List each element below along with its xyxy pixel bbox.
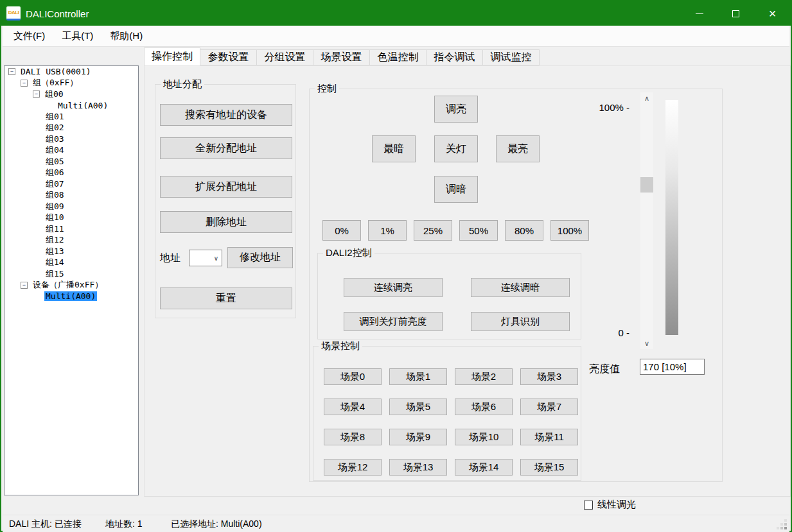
scene-3-button[interactable]: 场景3: [520, 368, 578, 385]
tree-item-group11[interactable]: 组11: [4, 223, 138, 235]
close-icon: ×: [769, 6, 777, 21]
scene-5-button[interactable]: 场景5: [389, 399, 447, 415]
tree-item-group04[interactable]: 组04: [4, 145, 138, 157]
checkbox-icon[interactable]: [584, 501, 593, 510]
scroll-down-icon[interactable]: ∨: [640, 338, 653, 349]
selected-address-status: 已选择地址: Multi(A00): [171, 519, 262, 530]
brightness-value-field[interactable]: [640, 359, 705, 375]
scene-button-grid: 场景0 场景1 场景2 场景3 场景4 场景5 场景6 场景7 场景8 场景9 …: [324, 368, 578, 476]
tree-item-multi-a00-selected[interactable]: Multi(A00): [4, 291, 138, 302]
resize-grip-icon[interactable]: [784, 527, 787, 529]
address-label: 地址: [160, 252, 180, 265]
menu-file[interactable]: 文件(F): [13, 30, 45, 42]
reset-button[interactable]: 重置: [160, 287, 292, 309]
dim-up-button[interactable]: 调亮: [434, 96, 478, 123]
scene-11-button[interactable]: 场景11: [520, 429, 578, 445]
max-brightness-button[interactable]: 最亮: [496, 135, 540, 162]
scene-9-button[interactable]: 场景9: [389, 429, 447, 445]
tree-item-group03[interactable]: 组03: [4, 133, 138, 145]
tree-item-group12[interactable]: 组12: [4, 235, 138, 246]
min-brightness-button[interactable]: 最暗: [372, 135, 416, 162]
tab-command-debug[interactable]: 指令调试: [427, 49, 483, 65]
title-bar: DALI DALIController ×: [1, 1, 791, 26]
scene-12-button[interactable]: 场景12: [324, 459, 382, 476]
menu-help[interactable]: 帮助(H): [110, 30, 143, 42]
collapse-icon[interactable]: −: [33, 90, 40, 98]
assign-new-address-button[interactable]: 全新分配地址: [160, 137, 292, 159]
tab-color-temp-control[interactable]: 色温控制: [370, 49, 427, 65]
collapse-icon[interactable]: −: [8, 68, 15, 75]
scene-0-button[interactable]: 场景0: [324, 368, 382, 385]
scene-13-button[interactable]: 场景13: [389, 459, 447, 476]
tree-item-group08[interactable]: 组08: [4, 190, 138, 202]
dim-down-button[interactable]: 调暗: [434, 176, 478, 203]
delete-address-button[interactable]: 删除地址: [160, 211, 292, 233]
scene-2-button[interactable]: 场景2: [455, 368, 513, 385]
scene-4-button[interactable]: 场景4: [324, 399, 382, 415]
tab-grouping-settings[interactable]: 分组设置: [257, 49, 313, 65]
percent-100-button[interactable]: 100%: [550, 220, 589, 241]
tab-operation-control[interactable]: 操作控制: [144, 47, 200, 65]
address-select[interactable]: ∨: [189, 250, 222, 266]
tree-item-group01[interactable]: 组01: [4, 111, 138, 123]
percent-button-row: 0% 1% 25% 50% 80% 100%: [322, 220, 589, 241]
scene-15-button[interactable]: 场景15: [520, 459, 578, 476]
tree-item-group02[interactable]: 组02: [4, 123, 138, 134]
scroll-up-icon[interactable]: ∧: [640, 92, 653, 104]
maximize-button[interactable]: [717, 1, 754, 26]
continuous-dim-up-button[interactable]: 连续调亮: [344, 278, 443, 297]
tree-item-multi-a00[interactable]: Multi(A00): [4, 100, 138, 112]
menu-bar: 文件(F) 工具(T) 帮助(H): [3, 26, 789, 47]
percent-1-button[interactable]: 1%: [368, 220, 407, 241]
tree-item-group05[interactable]: 组05: [4, 156, 138, 167]
tree-item-group06[interactable]: 组06: [4, 167, 138, 179]
scene-14-button[interactable]: 场景14: [455, 459, 513, 476]
restore-pre-off-brightness-button[interactable]: 调到关灯前亮度: [344, 312, 443, 331]
extend-assign-address-button[interactable]: 扩展分配地址: [160, 176, 292, 198]
tree-item-dali-usb[interactable]: −DALI USB(0001): [4, 66, 138, 78]
scene-7-button[interactable]: 场景7: [520, 399, 578, 415]
tab-debug-monitor[interactable]: 调试监控: [483, 49, 540, 65]
tree-item-group14[interactable]: 组14: [4, 257, 138, 269]
collapse-icon[interactable]: −: [21, 282, 28, 289]
scrollbar-thumb[interactable]: [640, 177, 653, 193]
percent-25-button[interactable]: 25%: [414, 220, 452, 241]
lights-off-button[interactable]: 关灯: [434, 135, 478, 162]
dali2-control-group: DALI2控制 连续调亮 连续调暗 调到关灯前亮度 灯具识别: [317, 253, 581, 339]
scene-1-button[interactable]: 场景1: [389, 368, 447, 385]
minimize-button[interactable]: [681, 1, 717, 26]
continuous-dim-down-button[interactable]: 连续调暗: [471, 278, 570, 297]
tree-item-group09[interactable]: 组09: [4, 201, 138, 212]
percent-0-button[interactable]: 0%: [322, 220, 361, 241]
tree-item-group15[interactable]: 组15: [4, 268, 138, 280]
luminaire-identify-button[interactable]: 灯具识别: [471, 312, 570, 331]
tree-item-group07[interactable]: 组07: [4, 178, 138, 190]
percent-80-button[interactable]: 80%: [505, 220, 543, 241]
app-window: DALI DALIController × 文件(F) 工具(T) 帮助(H) …: [0, 0, 792, 532]
scene-8-button[interactable]: 场景8: [324, 429, 382, 445]
slider-top-label: 100% -: [599, 102, 629, 113]
tab-scene-settings[interactable]: 场景设置: [313, 49, 370, 65]
tree-item-group10[interactable]: 组10: [4, 212, 138, 224]
chevron-down-icon: ∨: [214, 255, 218, 262]
footer-row: 线性调光: [3, 497, 789, 515]
host-connection-status: DALI 主机: 已连接: [9, 519, 82, 530]
scene-10-button[interactable]: 场景10: [455, 429, 513, 445]
percent-50-button[interactable]: 50%: [459, 220, 498, 241]
minimize-icon: [696, 13, 703, 14]
linear-dimming-checkbox[interactable]: 线性调光: [584, 499, 636, 511]
tree-item-group13[interactable]: 组13: [4, 246, 138, 257]
address-group-title: 地址分配: [161, 78, 204, 90]
tree-item-group00[interactable]: −组00: [4, 89, 138, 100]
search-addressed-devices-button[interactable]: 搜索有地址的设备: [160, 104, 292, 126]
collapse-icon[interactable]: −: [21, 80, 28, 87]
scene-6-button[interactable]: 场景6: [455, 399, 513, 415]
modify-address-button[interactable]: 修改地址: [227, 247, 293, 268]
tab-parameter-settings[interactable]: 参数设置: [200, 49, 257, 65]
menu-tools[interactable]: 工具(T): [62, 30, 93, 42]
tree-item-group-root[interactable]: −组（0xFF）: [4, 78, 138, 89]
tree-item-device-broadcast[interactable]: −设备（广播0xFF）: [4, 280, 138, 291]
close-button[interactable]: ×: [754, 1, 791, 26]
brightness-scrollbar[interactable]: ∧ ∨: [640, 92, 653, 349]
slider-bottom-label: 0 -: [599, 327, 629, 338]
